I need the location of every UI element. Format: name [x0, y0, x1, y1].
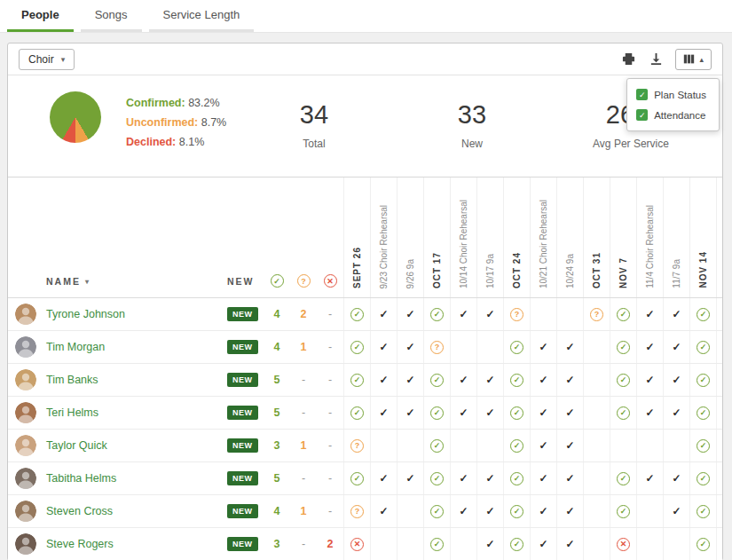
new-cell: NEW: [214, 462, 264, 494]
unconfirmed-count: 1: [290, 495, 317, 527]
person-name-link[interactable]: Taylor Quick: [46, 439, 107, 452]
table-row[interactable]: Steve RogersNEW3-2✕✓✓✓✓✓✕✓: [8, 528, 722, 560]
tab-people[interactable]: People: [7, 0, 74, 32]
table-row[interactable]: Teri HelmsNEW5--✓✓✓✓✓✓✓✓✓✓✓✓✓: [8, 397, 722, 430]
confirmed-icon: ✓: [350, 341, 364, 354]
date-column-header-oct-31: OCT 31: [583, 177, 610, 297]
person-name-link[interactable]: Tyrone Johnson: [46, 308, 125, 320]
menu-item-label: Attendance: [654, 110, 705, 121]
status-cell: ✓: [663, 298, 689, 330]
table-row[interactable]: Tyrone JohnsonNEW42-✓✓✓✓✓✓??✓✓✓✓: [8, 298, 722, 331]
filter-label: Choir: [28, 53, 54, 66]
table-row[interactable]: Steven CrossNEW41-?✓✓✓✓✓✓✓✓✓✓: [8, 495, 722, 528]
person-name-link[interactable]: Teri Helms: [46, 406, 98, 419]
columns-menu-button[interactable]: ▴: [675, 49, 712, 70]
tab-songs[interactable]: Songs: [81, 0, 142, 32]
status-cell: [370, 430, 397, 461]
report-card: Choir ▾ ▴ ✓ Plan Status ✓ Attendance: [7, 43, 723, 560]
status-cell: [583, 462, 610, 494]
filler-cell: [716, 495, 722, 527]
status-cell: [397, 495, 423, 527]
legend-item: Unconfirmed: 8.7%: [126, 113, 226, 132]
person-name-link[interactable]: Tim Morgan: [46, 341, 105, 353]
confirmed-icon: ✓: [617, 406, 630, 420]
chevron-down-icon: ▾: [61, 55, 66, 64]
declined-count: -: [317, 364, 343, 396]
attendance-check-icon: ✓: [405, 374, 414, 386]
status-cell: ✓: [370, 364, 397, 396]
new-badge: NEW: [227, 373, 258, 387]
stat-total-label: Total: [300, 138, 328, 150]
status-cell: ✓: [689, 495, 716, 527]
attendance-check-icon: ✓: [485, 308, 494, 320]
confirmed-icon: ✓: [617, 308, 630, 321]
table-row[interactable]: Tabitha HelmsNEW5--✓✓✓✓✓✓✓✓✓✓✓✓✓: [8, 462, 722, 495]
table-row[interactable]: Taylor QuickNEW31-?✓✓✓✓✓: [8, 430, 722, 462]
download-button[interactable]: [648, 51, 665, 67]
status-cell: [663, 430, 689, 461]
menu-item-attendance[interactable]: ✓ Attendance: [627, 105, 719, 125]
columns-icon: [683, 53, 695, 65]
table-row[interactable]: Tim BanksNEW5--✓✓✓✓✓✓✓✓✓✓✓✓✓: [8, 364, 722, 397]
person-name-link[interactable]: Tabitha Helms: [46, 472, 116, 485]
declined-icon: ✕: [324, 274, 337, 288]
print-button[interactable]: [620, 51, 637, 67]
person-name-link[interactable]: Steve Rogers: [46, 538, 114, 550]
category-filter-dropdown[interactable]: Choir ▾: [19, 49, 75, 70]
attendance-check-icon: ✓: [565, 472, 574, 485]
confirmed-icon: ✓: [271, 274, 284, 288]
status-cell: ✓: [343, 397, 370, 429]
attendance-check-icon: ✓: [379, 308, 388, 320]
status-cell: [370, 528, 397, 560]
unconfirmed-column-header: ?: [290, 177, 317, 297]
new-cell: NEW: [214, 364, 264, 396]
attendance-check-icon: ✓: [565, 439, 574, 452]
status-cell: ✓: [450, 462, 476, 494]
menu-item-plan-status[interactable]: ✓ Plan Status: [627, 84, 719, 105]
confirmed-icon: ✓: [350, 406, 364, 420]
status-cell: ✓: [689, 364, 716, 396]
confirmed-icon: ✓: [430, 406, 444, 420]
declined-count: -: [317, 397, 343, 429]
date-column-header-oct-17: OCT 17: [423, 177, 450, 297]
attendance-check-icon: ✓: [539, 505, 547, 517]
header-filler: [716, 177, 722, 297]
attendance-check-icon: ✓: [379, 505, 388, 517]
table-row[interactable]: Tim MorganNEW41-✓✓✓?✓✓✓✓✓✓✓: [8, 331, 722, 364]
checkbox-checked-icon[interactable]: ✓: [636, 89, 648, 100]
status-cell: ✓: [530, 331, 556, 363]
status-cell: ✓: [663, 495, 689, 527]
date-column-header-sept-26: SEPT 26: [343, 177, 370, 297]
attendance-check-icon: ✓: [565, 406, 574, 419]
new-cell: NEW: [214, 495, 264, 527]
date-column-header-9-26-9a: 9/26 9a: [397, 177, 423, 297]
stat-new-value: 33: [458, 100, 486, 129]
status-cell: ✓: [556, 462, 583, 494]
person-cell: Steve Rogers: [8, 528, 214, 560]
status-cell: [583, 528, 610, 560]
status-cell: ✓: [343, 364, 370, 396]
stat-total-value: 34: [300, 100, 328, 129]
status-cell: [556, 298, 583, 330]
declined-count: -: [317, 298, 343, 330]
status-cell: ✓: [343, 298, 370, 330]
status-cell: ✓: [423, 528, 450, 560]
status-cell: [583, 331, 610, 363]
person-name-link[interactable]: Steven Cross: [46, 505, 113, 517]
tab-service-length[interactable]: Service Length: [149, 0, 255, 32]
confirmed-icon: ✓: [697, 406, 710, 420]
person-name-link[interactable]: Tim Banks: [46, 374, 98, 386]
status-cell: ✓: [610, 462, 636, 494]
name-column-header[interactable]: NAME ▾: [8, 177, 214, 297]
unconfirmed-icon: ?: [590, 308, 603, 321]
date-column-header-9-23-choir-rehearsal: 9/23 Choir Rehearsal: [370, 177, 397, 297]
attendance-check-icon: ✓: [645, 341, 654, 353]
confirmed-icon: ✓: [510, 439, 523, 453]
status-cell: ✓: [423, 397, 450, 429]
checkbox-checked-icon[interactable]: ✓: [636, 109, 648, 121]
new-badge: NEW: [227, 537, 258, 551]
status-cell: ✓: [530, 528, 556, 560]
avatar: [15, 435, 36, 456]
confirmed-icon: ✓: [430, 439, 444, 453]
confirmed-icon: ✓: [617, 505, 630, 518]
